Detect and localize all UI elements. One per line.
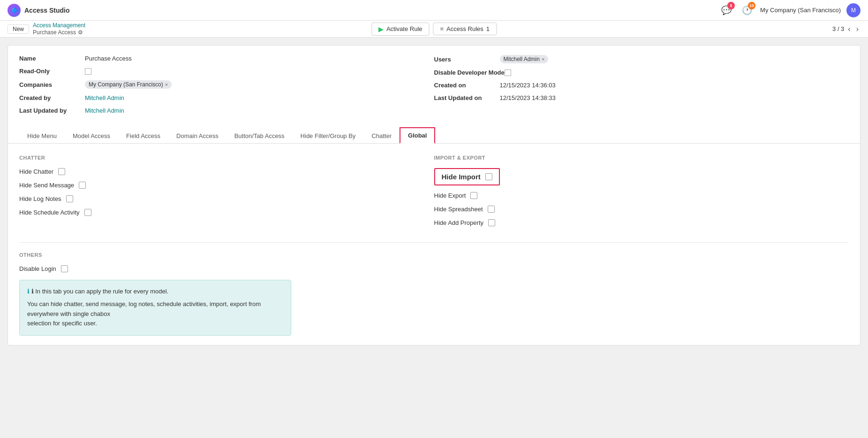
activity-button[interactable]: 🕐 10 [740, 3, 755, 18]
companies-label: Companies [19, 81, 85, 88]
users-label: Users [434, 56, 500, 63]
last-updated-on-label: Last Updated on [434, 94, 500, 101]
others-section: OTHERS Disable Login [19, 252, 849, 272]
hide-export-row: Hide Export [434, 192, 849, 199]
last-updated-by-value[interactable]: Mitchell Admin [85, 107, 124, 114]
info-line2: You can hide chatter, send message, log … [27, 300, 283, 319]
prev-page-button[interactable]: ‹ [846, 24, 852, 34]
readonly-field-row: Read-Only [19, 68, 434, 75]
hide-export-label: Hide Export [434, 192, 466, 199]
new-button[interactable]: New [8, 24, 29, 34]
chatter-section-title: CHATTER [19, 155, 434, 161]
info-line3: selection for specific user. [27, 319, 283, 329]
company-tag: My Company (San Francisco) × [85, 80, 172, 89]
notifications-button[interactable]: 💬 5 [719, 3, 734, 18]
hide-spreadsheet-row: Hide Spreadsheet [434, 206, 849, 213]
created-by-field-row: Created by Mitchell Admin [19, 94, 434, 101]
info-icon: ℹ [27, 288, 30, 295]
tab-global[interactable]: Global [400, 127, 435, 144]
gear-icon[interactable]: ⚙ [78, 29, 83, 36]
disable-dev-label: Disable Developer Mode [434, 69, 505, 76]
last-updated-on-value: 12/15/2023 14:38:33 [500, 94, 556, 101]
disable-dev-field-row: Disable Developer Mode [434, 69, 849, 76]
company-name: My Company (San Francisco) [760, 7, 841, 14]
created-on-value: 12/15/2023 14:36:03 [500, 82, 556, 89]
list-icon: ≡ [440, 25, 444, 32]
activate-rule-button[interactable]: ▶ Activate Rule [371, 23, 430, 36]
hide-spreadsheet-checkbox[interactable] [488, 206, 495, 213]
tab-domain-access[interactable]: Domain Access [168, 127, 226, 144]
hide-send-message-label: Hide Send Message [19, 182, 74, 189]
center-actions: ▶ Activate Rule ≡ Access Rules 1 [371, 23, 497, 36]
last-updated-by-label: Last Updated by [19, 107, 85, 114]
disable-login-row: Disable Login [19, 265, 849, 272]
last-updated-on-field-row: Last Updated on 12/15/2023 14:38:33 [434, 94, 849, 101]
hide-chatter-row: Hide Chatter [19, 168, 434, 175]
hide-import-checkbox[interactable] [485, 173, 492, 180]
activate-label: Activate Rule [386, 25, 423, 32]
others-section-title: OTHERS [19, 252, 849, 258]
breadcrumb: Access Management Purchase Access ⚙ [33, 22, 85, 36]
hide-send-message-row: Hide Send Message [19, 182, 434, 189]
hide-schedule-activity-checkbox[interactable] [84, 209, 91, 216]
hide-add-property-checkbox[interactable] [488, 219, 495, 226]
tab-hide-filter-group-by[interactable]: Hide Filter/Group By [293, 127, 364, 144]
disable-login-checkbox[interactable] [61, 265, 68, 272]
two-col-content: CHATTER Hide Chatter Hide Send Message H… [19, 155, 849, 233]
readonly-label: Read-Only [19, 68, 85, 75]
name-value: Purchase Access [85, 55, 132, 62]
name-label: Name [19, 55, 85, 62]
user-avatar[interactable]: M [846, 3, 860, 17]
hide-log-notes-label: Hide Log Notes [19, 195, 61, 202]
user-tag: Mitchell Admin × [500, 55, 549, 63]
hide-log-notes-row: Hide Log Notes [19, 195, 434, 202]
form-header: Name Purchase Access Read-Only Companies… [19, 55, 849, 120]
import-export-section-title: IMPORT & EXPORT [434, 155, 849, 161]
hide-send-message-checkbox[interactable] [79, 182, 86, 189]
remove-user-tag[interactable]: × [542, 56, 544, 62]
hide-chatter-checkbox[interactable] [58, 168, 65, 175]
breadcrumb-bar: New Access Management Purchase Access ⚙ … [0, 21, 868, 38]
breadcrumb-current: Purchase Access ⚙ [33, 29, 85, 36]
hide-add-property-label: Hide Add Property [434, 219, 484, 226]
readonly-checkbox[interactable] [85, 68, 91, 75]
tab-button-tab-access[interactable]: Button/Tab Access [226, 127, 293, 144]
tab-hide-menu[interactable]: Hide Menu [19, 127, 65, 144]
form-right: Users Mitchell Admin × Disable Developer… [434, 55, 849, 120]
hide-import-label: Hide Import [442, 173, 481, 181]
user-tag-value: Mitchell Admin [504, 56, 540, 62]
pagination-text: 3 / 3 [832, 25, 844, 32]
created-on-label: Created on [434, 82, 500, 89]
created-by-value[interactable]: Mitchell Admin [85, 94, 124, 101]
created-by-label: Created by [19, 94, 85, 101]
access-rules-button[interactable]: ≡ Access Rules 1 [433, 23, 497, 35]
pagination: 3 / 3 ‹ › [832, 24, 860, 34]
logo-icon: 🔷 [8, 4, 21, 17]
hide-import-highlight: Hide Import [434, 168, 500, 185]
info-line1: ℹ ℹ In this tab you can apply the rule f… [27, 287, 283, 297]
info-box: ℹ ℹ In this tab you can apply the rule f… [19, 280, 291, 336]
access-rules-count: 1 [486, 25, 490, 32]
access-rules-label: Access Rules [446, 25, 483, 32]
company-tag-value: My Company (San Francisco) [89, 81, 163, 88]
import-export-section: IMPORT & EXPORT Hide Import Hide Export … [434, 155, 849, 233]
companies-field-row: Companies My Company (San Francisco) × [19, 80, 434, 89]
next-page-button[interactable]: › [854, 24, 860, 34]
disable-dev-checkbox[interactable] [505, 69, 511, 76]
users-field-row: Users Mitchell Admin × [434, 55, 849, 63]
hide-spreadsheet-label: Hide Spreadsheet [434, 206, 483, 213]
tabs-bar: Hide Menu Model Access Field Access Doma… [8, 127, 860, 144]
breadcrumb-parent-link[interactable]: Access Management [33, 22, 85, 30]
tab-model-access[interactable]: Model Access [65, 127, 118, 144]
hide-schedule-activity-label: Hide Schedule Activity [19, 209, 80, 216]
nav-right: 💬 5 🕐 10 My Company (San Francisco) M [719, 3, 860, 18]
remove-company-tag[interactable]: × [165, 82, 168, 87]
hide-export-checkbox[interactable] [470, 192, 477, 199]
tab-chatter[interactable]: Chatter [363, 127, 400, 144]
tab-field-access[interactable]: Field Access [118, 127, 168, 144]
hide-log-notes-checkbox[interactable] [66, 195, 73, 202]
play-icon: ▶ [378, 25, 384, 33]
top-navigation: 🔷 Access Studio 💬 5 🕐 10 My Company (San… [0, 0, 868, 21]
breadcrumb-current-label: Purchase Access [33, 29, 76, 36]
last-updated-by-field-row: Last Updated by Mitchell Admin [19, 107, 434, 114]
